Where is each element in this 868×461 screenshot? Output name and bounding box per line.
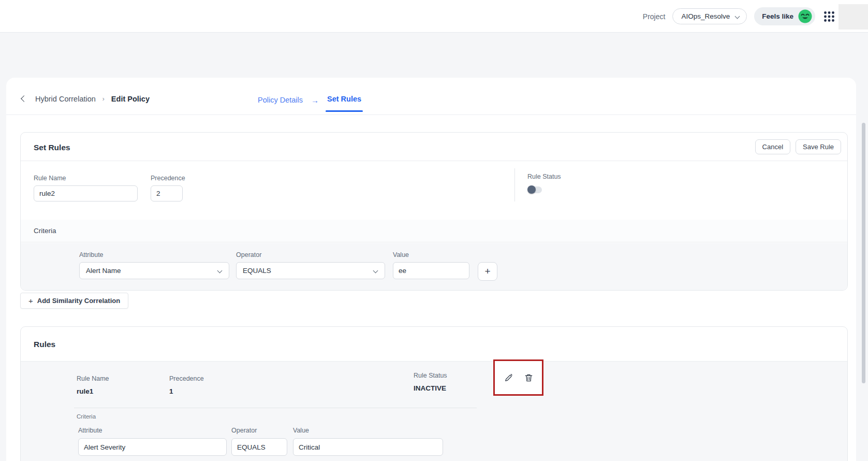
edit-pencil-icon <box>504 373 513 383</box>
precedence-input[interactable] <box>151 185 183 201</box>
rule-name-label: Rule Name <box>34 175 138 182</box>
rule-operator-input[interactable] <box>231 438 287 456</box>
delete-rule-button[interactable] <box>523 372 534 383</box>
precedence-label: Precedence <box>169 375 204 382</box>
chevron-down-icon <box>373 268 378 273</box>
precedence-value: 1 <box>169 387 173 395</box>
rule-row: Rule Name rule1 Precedence 1 Rule Status… <box>21 361 847 461</box>
chevron-down-icon <box>217 268 223 273</box>
rule-value-input[interactable] <box>293 438 443 456</box>
breadcrumb: Hybrid Correlation › Edit Policy <box>20 95 150 103</box>
rule-name-value: rule1 <box>77 387 93 395</box>
rules-card-header: Rules <box>21 327 847 361</box>
rule-status-label: Rule Status <box>527 173 561 180</box>
value-input[interactable] <box>393 262 469 279</box>
breadcrumb-parent[interactable]: Hybrid Correlation <box>35 95 96 103</box>
plus-icon: + <box>28 296 33 305</box>
trash-icon <box>524 373 534 383</box>
rule-status-value: INACTIVE <box>414 384 446 392</box>
feels-like-label: Feels like <box>762 12 793 20</box>
add-similarity-correlation-button[interactable]: + Add Similarity Correlation <box>20 293 128 309</box>
rule-name-label: Rule Name <box>77 375 109 382</box>
set-rules-card-header: Set Rules Cancel Save Rule <box>21 133 847 161</box>
attribute-select-value: Alert Name <box>86 267 217 275</box>
criteria-body: Attribute Alert Name Operator EQUALS Val… <box>21 243 847 290</box>
attribute-select[interactable]: Alert Name <box>79 262 229 279</box>
operator-select-value: EQUALS <box>243 267 373 275</box>
rules-card: Rules Rule Name rule1 Precedence 1 Rule … <box>20 326 848 461</box>
step-set-rules[interactable]: Set Rules <box>327 95 361 105</box>
criteria-header: Criteria <box>21 220 847 242</box>
attribute-label: Attribute <box>78 427 227 434</box>
add-similarity-label: Add Similarity Correlation <box>37 297 120 305</box>
add-criteria-button[interactable]: + <box>478 262 497 281</box>
rule-form-section: Rule Name Precedence Rule Status <box>21 161 847 220</box>
criteria-title: Criteria <box>34 227 56 235</box>
page-title: Edit Policy <box>111 95 150 103</box>
save-rule-button[interactable]: Save Rule <box>796 139 841 154</box>
breadcrumb-toolbar: Hybrid Correlation › Edit Policy Policy … <box>6 78 856 115</box>
project-label: Project <box>643 12 666 21</box>
value-label: Value <box>393 251 469 258</box>
feels-like-button[interactable]: Feels like <box>754 7 815 25</box>
chevron-left-icon[interactable] <box>20 96 26 102</box>
edit-rule-button[interactable] <box>503 372 514 383</box>
rule-name-input[interactable] <box>34 185 138 201</box>
project-select-value: AIOps_Resolve <box>681 12 730 20</box>
cancel-button[interactable]: Cancel <box>755 139 790 154</box>
toggle-knob <box>527 185 536 194</box>
arrow-right-icon: → <box>311 96 319 105</box>
top-header: Project AIOps_Resolve Feels like <box>0 0 868 33</box>
apps-grid-icon[interactable] <box>822 10 836 23</box>
operator-label: Operator <box>231 427 287 434</box>
precedence-label: Precedence <box>151 175 185 182</box>
rule-row-divider <box>74 408 477 408</box>
operator-select[interactable]: EQUALS <box>236 262 385 279</box>
set-rules-title: Set Rules <box>34 143 70 152</box>
main-panel: Hybrid Correlation › Edit Policy Policy … <box>6 78 856 461</box>
rules-title: Rules <box>34 340 55 349</box>
form-vertical-divider <box>514 168 515 201</box>
app-screen: Project AIOps_Resolve Feels like <box>0 0 868 461</box>
rule-status-toggle[interactable] <box>527 185 543 194</box>
value-label: Value <box>293 427 443 434</box>
rule-status-label: Rule Status <box>414 372 447 379</box>
chevron-down-icon <box>735 14 740 19</box>
rule-attribute-input[interactable] <box>78 438 227 456</box>
annotation-highlight-box <box>493 359 543 396</box>
operator-label: Operator <box>236 251 385 258</box>
step-policy-details[interactable]: Policy Details <box>258 96 303 104</box>
breadcrumb-separator-icon: › <box>102 95 105 103</box>
project-select[interactable]: AIOps_Resolve <box>672 8 747 24</box>
attribute-label: Attribute <box>79 251 229 258</box>
vertical-scrollbar[interactable] <box>862 123 865 383</box>
wizard-steps: Policy Details → Set Rules <box>258 95 361 105</box>
rule-criteria-title: Criteria <box>77 413 96 420</box>
mood-smile-icon <box>798 9 812 23</box>
set-rules-card: Set Rules Cancel Save Rule Rule Name Pre… <box>20 132 848 291</box>
header-placeholder-block <box>838 4 868 30</box>
